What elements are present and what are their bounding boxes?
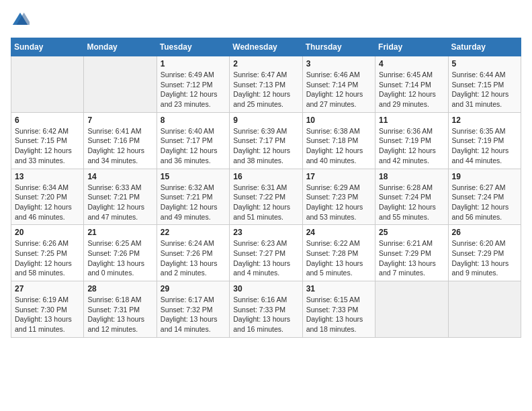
logo-icon: [11, 11, 30, 30]
logo: [11, 11, 32, 30]
day-info: Sunrise: 6:35 AM Sunset: 7:19 PM Dayligh…: [452, 126, 517, 166]
day-info: Sunrise: 6:34 AM Sunset: 7:20 PM Dayligh…: [15, 183, 80, 222]
day-info: Sunrise: 6:44 AM Sunset: 7:15 PM Dayligh…: [452, 70, 517, 109]
day-number: 8: [161, 116, 226, 125]
weekday-header: Friday: [375, 38, 448, 56]
day-number: 6: [15, 116, 80, 125]
calendar-cell: [448, 281, 521, 338]
day-number: 23: [233, 228, 298, 237]
calendar-cell: 16Sunrise: 6:31 AM Sunset: 7:22 PM Dayli…: [230, 169, 302, 225]
weekday-row: SundayMondayTuesdayWednesdayThursdayFrid…: [11, 38, 521, 56]
day-info: Sunrise: 6:39 AM Sunset: 7:17 PM Dayligh…: [233, 126, 298, 166]
day-number: 18: [379, 172, 444, 181]
calendar-cell: 28Sunrise: 6:18 AM Sunset: 7:31 PM Dayli…: [84, 281, 157, 338]
day-number: 24: [306, 228, 371, 237]
day-info: Sunrise: 6:25 AM Sunset: 7:26 PM Dayligh…: [87, 238, 152, 278]
calendar-cell: [84, 56, 157, 113]
day-info: Sunrise: 6:42 AM Sunset: 7:15 PM Dayligh…: [15, 126, 80, 166]
calendar-cell: 18Sunrise: 6:28 AM Sunset: 7:24 PM Dayli…: [375, 169, 448, 225]
weekday-header: Monday: [84, 38, 157, 56]
calendar-week-row: 6Sunrise: 6:42 AM Sunset: 7:15 PM Daylig…: [11, 112, 521, 169]
calendar-cell: 14Sunrise: 6:33 AM Sunset: 7:21 PM Dayli…: [84, 169, 157, 225]
day-number: 7: [87, 116, 152, 125]
calendar-cell: 2Sunrise: 6:47 AM Sunset: 7:13 PM Daylig…: [230, 56, 302, 113]
day-info: Sunrise: 6:41 AM Sunset: 7:16 PM Dayligh…: [87, 126, 152, 166]
calendar-cell: 8Sunrise: 6:40 AM Sunset: 7:17 PM Daylig…: [157, 112, 229, 169]
calendar-cell: 30Sunrise: 6:16 AM Sunset: 7:33 PM Dayli…: [230, 281, 302, 338]
calendar-week-row: 13Sunrise: 6:34 AM Sunset: 7:20 PM Dayli…: [11, 169, 521, 225]
weekday-header: Thursday: [302, 38, 375, 56]
day-info: Sunrise: 6:17 AM Sunset: 7:32 PM Dayligh…: [161, 295, 226, 334]
day-info: Sunrise: 6:45 AM Sunset: 7:14 PM Dayligh…: [379, 70, 444, 109]
calendar-cell: 27Sunrise: 6:19 AM Sunset: 7:30 PM Dayli…: [11, 281, 84, 338]
day-info: Sunrise: 6:21 AM Sunset: 7:29 PM Dayligh…: [379, 238, 444, 278]
day-info: Sunrise: 6:31 AM Sunset: 7:22 PM Dayligh…: [233, 183, 298, 222]
day-info: Sunrise: 6:46 AM Sunset: 7:14 PM Dayligh…: [306, 70, 371, 109]
day-info: Sunrise: 6:28 AM Sunset: 7:24 PM Dayligh…: [379, 183, 444, 222]
calendar-cell: 24Sunrise: 6:22 AM Sunset: 7:28 PM Dayli…: [302, 225, 375, 281]
day-info: Sunrise: 6:22 AM Sunset: 7:28 PM Dayligh…: [306, 238, 371, 278]
calendar-cell: 19Sunrise: 6:27 AM Sunset: 7:24 PM Dayli…: [448, 169, 521, 225]
day-number: 5: [452, 59, 517, 68]
weekday-header: Sunday: [11, 38, 84, 56]
calendar-cell: 26Sunrise: 6:20 AM Sunset: 7:29 PM Dayli…: [448, 225, 521, 281]
calendar-cell: 29Sunrise: 6:17 AM Sunset: 7:32 PM Dayli…: [157, 281, 229, 338]
day-number: 12: [452, 116, 517, 125]
calendar-header: SundayMondayTuesdayWednesdayThursdayFrid…: [11, 38, 521, 56]
calendar-cell: 22Sunrise: 6:24 AM Sunset: 7:26 PM Dayli…: [157, 225, 229, 281]
calendar-cell: 11Sunrise: 6:36 AM Sunset: 7:19 PM Dayli…: [375, 112, 448, 169]
calendar-cell: 1Sunrise: 6:49 AM Sunset: 7:12 PM Daylig…: [157, 56, 229, 113]
day-info: Sunrise: 6:23 AM Sunset: 7:27 PM Dayligh…: [233, 238, 298, 278]
day-info: Sunrise: 6:15 AM Sunset: 7:33 PM Dayligh…: [306, 295, 371, 334]
day-number: 2: [233, 59, 298, 68]
calendar-week-row: 20Sunrise: 6:26 AM Sunset: 7:25 PM Dayli…: [11, 225, 521, 281]
day-number: 21: [87, 228, 152, 237]
day-number: 31: [306, 284, 371, 293]
day-number: 13: [15, 172, 80, 181]
calendar-cell: [11, 56, 84, 113]
day-number: 4: [379, 59, 444, 68]
day-info: Sunrise: 6:47 AM Sunset: 7:13 PM Dayligh…: [233, 70, 298, 109]
calendar-body: 1Sunrise: 6:49 AM Sunset: 7:12 PM Daylig…: [11, 56, 521, 338]
day-number: 9: [233, 116, 298, 125]
day-number: 30: [233, 284, 298, 293]
day-info: Sunrise: 6:36 AM Sunset: 7:19 PM Dayligh…: [379, 126, 444, 166]
day-number: 25: [379, 228, 444, 237]
day-info: Sunrise: 6:49 AM Sunset: 7:12 PM Dayligh…: [161, 70, 226, 109]
day-info: Sunrise: 6:19 AM Sunset: 7:30 PM Dayligh…: [15, 295, 80, 334]
day-info: Sunrise: 6:26 AM Sunset: 7:25 PM Dayligh…: [15, 238, 80, 278]
day-number: 1: [161, 59, 226, 68]
day-number: 26: [452, 228, 517, 237]
day-number: 3: [306, 59, 371, 68]
calendar-cell: 13Sunrise: 6:34 AM Sunset: 7:20 PM Dayli…: [11, 169, 84, 225]
calendar-cell: 6Sunrise: 6:42 AM Sunset: 7:15 PM Daylig…: [11, 112, 84, 169]
calendar-cell: 12Sunrise: 6:35 AM Sunset: 7:19 PM Dayli…: [448, 112, 521, 169]
calendar-cell: 3Sunrise: 6:46 AM Sunset: 7:14 PM Daylig…: [302, 56, 375, 113]
day-info: Sunrise: 6:18 AM Sunset: 7:31 PM Dayligh…: [87, 295, 152, 334]
day-info: Sunrise: 6:27 AM Sunset: 7:24 PM Dayligh…: [452, 183, 517, 222]
day-number: 20: [15, 228, 80, 237]
calendar-cell: 17Sunrise: 6:29 AM Sunset: 7:23 PM Dayli…: [302, 169, 375, 225]
day-number: 16: [233, 172, 298, 181]
calendar-cell: 9Sunrise: 6:39 AM Sunset: 7:17 PM Daylig…: [230, 112, 302, 169]
page-header: [11, 11, 521, 30]
day-number: 17: [306, 172, 371, 181]
calendar-week-row: 1Sunrise: 6:49 AM Sunset: 7:12 PM Daylig…: [11, 56, 521, 113]
day-number: 19: [452, 172, 517, 181]
calendar-cell: 7Sunrise: 6:41 AM Sunset: 7:16 PM Daylig…: [84, 112, 157, 169]
day-info: Sunrise: 6:20 AM Sunset: 7:29 PM Dayligh…: [452, 238, 517, 278]
day-number: 14: [87, 172, 152, 181]
calendar-cell: 25Sunrise: 6:21 AM Sunset: 7:29 PM Dayli…: [375, 225, 448, 281]
calendar-cell: 21Sunrise: 6:25 AM Sunset: 7:26 PM Dayli…: [84, 225, 157, 281]
day-number: 11: [379, 116, 444, 125]
weekday-header: Saturday: [448, 38, 521, 56]
day-number: 22: [161, 228, 226, 237]
day-number: 28: [87, 284, 152, 293]
calendar-cell: 23Sunrise: 6:23 AM Sunset: 7:27 PM Dayli…: [230, 225, 302, 281]
calendar-cell: 15Sunrise: 6:32 AM Sunset: 7:21 PM Dayli…: [157, 169, 229, 225]
calendar-cell: 10Sunrise: 6:38 AM Sunset: 7:18 PM Dayli…: [302, 112, 375, 169]
calendar-table: SundayMondayTuesdayWednesdayThursdayFrid…: [11, 38, 521, 338]
day-info: Sunrise: 6:33 AM Sunset: 7:21 PM Dayligh…: [87, 183, 152, 222]
day-number: 29: [161, 284, 226, 293]
weekday-header: Tuesday: [157, 38, 229, 56]
